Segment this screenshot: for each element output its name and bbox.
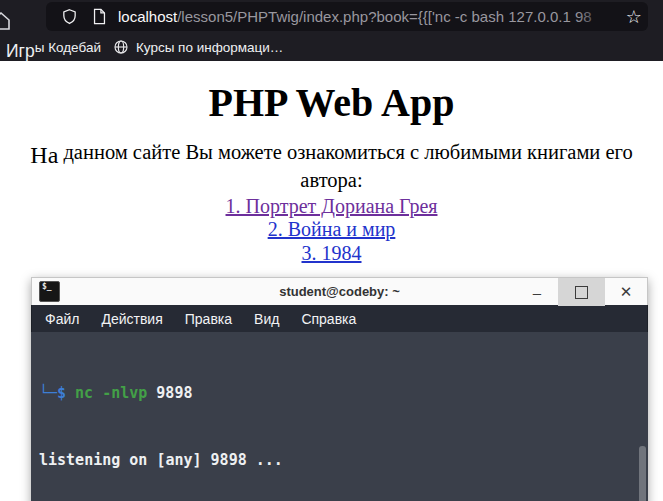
- book-links: 1. Портрет Дориана Грея 2. Война и мир 3…: [0, 195, 663, 265]
- terminal-scrollbar-thumb[interactable]: [639, 446, 646, 501]
- book-link-2[interactable]: 2. Война и мир: [0, 218, 663, 241]
- minimize-icon: –: [533, 284, 541, 301]
- browser-toolbar: localhost/lesson5/PHPTwig/index.php?book…: [0, 0, 663, 33]
- maximize-icon: [575, 286, 588, 299]
- menu-view[interactable]: Вид: [243, 311, 290, 327]
- web-page-content: PHP Web App На данном сайте Вы можете оз…: [0, 61, 663, 312]
- close-icon: ✕: [620, 283, 633, 301]
- url-path: /lesson5/PHPTwig/index.php?book={{['nc -…: [177, 8, 591, 25]
- minimize-button[interactable]: –: [516, 278, 558, 306]
- browser-chrome: localhost/lesson5/PHPTwig/index.php?book…: [0, 0, 663, 61]
- prompt-symbol: └─$: [39, 384, 66, 402]
- command-arg: 9898: [156, 384, 192, 402]
- menu-help[interactable]: Справка: [290, 311, 367, 327]
- terminal-prompt-line: └─$nc -nlvp9898: [39, 382, 640, 404]
- window-controls: – ✕: [516, 278, 647, 306]
- url-fade-overlay: [576, 2, 622, 31]
- menu-actions[interactable]: Действия: [90, 311, 173, 327]
- maximize-button[interactable]: [558, 278, 605, 306]
- bookmarks-bar: Игры Кодебай Курсы по информаци…: [0, 33, 663, 61]
- terminal-menubar: Файл Действия Правка Вид Справка: [31, 305, 648, 332]
- bookmark-star-icon[interactable]: ☆: [624, 3, 642, 31]
- url-bar[interactable]: localhost/lesson5/PHPTwig/index.php?book…: [46, 2, 648, 31]
- bookmark-kursy[interactable]: Курсы по информаци…: [107, 39, 289, 55]
- url-host: localhost: [118, 8, 177, 25]
- book-link-3[interactable]: 3. 1984: [0, 242, 663, 265]
- intro-text: На данном сайте Вы можете ознакомиться с…: [0, 141, 663, 192]
- terminal-titlebar[interactable]: $_ student@codeby: ~ – ✕: [31, 277, 648, 305]
- terminal-screen[interactable]: └─$nc -nlvp9898 listening on [any] 9898 …: [31, 332, 648, 501]
- url-text: localhost/lesson5/PHPTwig/index.php?book…: [118, 8, 592, 25]
- terminal-output-line: listening on [any] 9898 ...: [39, 449, 640, 471]
- close-button[interactable]: ✕: [605, 278, 647, 306]
- shield-icon[interactable]: [61, 8, 78, 25]
- bookmark-label: Курсы по информаци…: [136, 40, 283, 55]
- home-icon[interactable]: [0, 9, 13, 37]
- command-text: nc -nlvp: [75, 384, 147, 402]
- menu-edit[interactable]: Правка: [174, 311, 243, 327]
- menu-file[interactable]: Файл: [34, 311, 90, 327]
- globe-icon: [113, 39, 129, 55]
- intro-text-rest: данном сайте Вы можете ознакомиться с лю…: [58, 141, 632, 191]
- terminal-window: $_ student@codeby: ~ – ✕ Файл Действия П…: [31, 277, 648, 501]
- bookmark-label: ы Кодебай: [35, 40, 101, 55]
- book-link-1[interactable]: 1. Портрет Дориана Грея: [0, 195, 663, 218]
- bookmark-igry-kodebay[interactable]: Игры Кодебай: [0, 37, 107, 58]
- bookmark-label-prefix: Игр: [6, 41, 35, 62]
- page-info-icon[interactable]: [92, 8, 107, 25]
- page-title: PHP Web App: [0, 81, 663, 125]
- intro-text-prefix: На: [30, 142, 58, 168]
- terminal-icon: $_: [39, 281, 60, 302]
